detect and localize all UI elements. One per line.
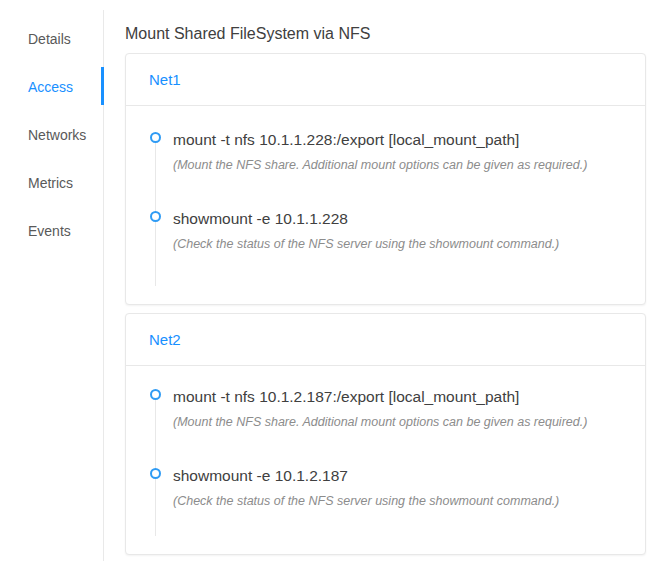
main-content: Mount Shared FileSystem via NFS Net1 mou… — [125, 24, 646, 563]
sidebar-item-metrics[interactable]: Metrics — [0, 159, 103, 207]
command-note: (Check the status of the NFS server usin… — [173, 237, 645, 252]
timeline-step: showmount -e 10.1.1.228 (Check the statu… — [126, 210, 645, 289]
timeline-step: mount -t nfs 10.1.1.228:/export [local_m… — [126, 131, 645, 210]
timeline-dot-icon — [150, 211, 161, 222]
card-title-net1: Net1 — [126, 54, 645, 106]
sidebar-item-details[interactable]: Details — [0, 15, 103, 63]
showmount-command: showmount -e 10.1.1.228 — [173, 210, 645, 228]
timeline-dot-icon — [150, 132, 161, 143]
sidebar-item-events[interactable]: Events — [0, 207, 103, 255]
timeline-dot-icon — [150, 389, 161, 400]
sidebar-item-access[interactable]: Access — [0, 63, 103, 111]
timeline-dot-icon — [150, 468, 161, 479]
network-card-net1: Net1 mount -t nfs 10.1.1.228:/export [lo… — [125, 53, 646, 305]
showmount-command: showmount -e 10.1.2.187 — [173, 467, 645, 485]
card-body: mount -t nfs 10.1.2.187:/export [local_m… — [126, 366, 645, 554]
sidebar-tabs: Details Access Networks Metrics Events — [0, 15, 103, 255]
timeline-step: showmount -e 10.1.2.187 (Check the statu… — [126, 467, 645, 546]
command-note: (Mount the NFS share. Additional mount o… — [173, 415, 645, 430]
sidebar-item-networks[interactable]: Networks — [0, 111, 103, 159]
network-card-net2: Net2 mount -t nfs 10.1.2.187:/export [lo… — [125, 313, 646, 555]
active-tab-indicator — [101, 67, 104, 105]
timeline-step: mount -t nfs 10.1.2.187:/export [local_m… — [126, 388, 645, 467]
mount-command: mount -t nfs 10.1.2.187:/export [local_m… — [173, 388, 645, 406]
card-title-net2: Net2 — [126, 314, 645, 366]
page-title: Mount Shared FileSystem via NFS — [125, 24, 646, 44]
mount-command: mount -t nfs 10.1.1.228:/export [local_m… — [173, 131, 645, 149]
command-note: (Mount the NFS share. Additional mount o… — [173, 158, 645, 173]
command-note: (Check the status of the NFS server usin… — [173, 494, 645, 509]
card-body: mount -t nfs 10.1.1.228:/export [local_m… — [126, 106, 645, 304]
